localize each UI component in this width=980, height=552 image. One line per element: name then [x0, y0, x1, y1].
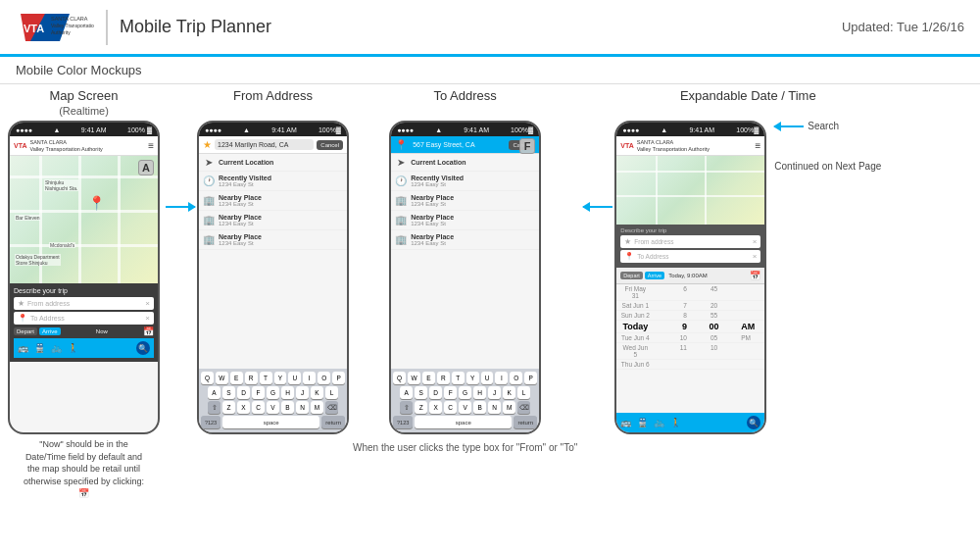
to-result-nearby-2[interactable]: 🏢 Nearby Place 1234 Easy St [391, 211, 539, 230]
to-key-numbers[interactable]: ?123 [393, 416, 413, 428]
to-result-current[interactable]: ➤ Current Location [391, 154, 539, 172]
to-key-a[interactable]: A [400, 386, 413, 399]
clear-from-icon[interactable]: × [145, 299, 150, 308]
key-d[interactable]: D [237, 386, 250, 399]
key-space[interactable]: space [222, 416, 319, 428]
from-input[interactable]: ★ From address × [14, 297, 154, 310]
map-view[interactable]: ShinjukuNishiguchi Sta. Bar Eleven Mcdon… [10, 156, 158, 283]
to-key-g[interactable]: G [459, 386, 471, 399]
to-key-j[interactable]: J [488, 386, 501, 399]
to-key-k[interactable]: K [503, 386, 515, 399]
date-map[interactable] [616, 156, 764, 225]
to-key-t[interactable]: T [452, 372, 465, 384]
key-w[interactable]: W [216, 372, 228, 384]
to-key-space[interactable]: space [415, 416, 512, 428]
arrive-button[interactable]: Arrive [39, 327, 61, 335]
to-result-nearby-1[interactable]: 🏢 Nearby Place 1234 Easy St [391, 191, 539, 211]
bus-icon[interactable]: 🚌 [18, 343, 28, 353]
key-u[interactable]: U [288, 372, 301, 384]
key-m[interactable]: M [311, 401, 323, 414]
to-key-d[interactable]: D [429, 386, 442, 399]
date-depart-btn[interactable]: Depart [620, 272, 643, 279]
key-q[interactable]: Q [201, 372, 214, 384]
key-z[interactable]: Z [222, 401, 235, 414]
to-key-c[interactable]: C [444, 401, 457, 414]
date-train-icon[interactable]: 🚆 [637, 418, 648, 427]
key-y[interactable]: Y [274, 372, 287, 384]
to-key-x[interactable]: X [429, 401, 442, 414]
to-key-z[interactable]: Z [415, 401, 427, 414]
date-calendar-icon[interactable]: 📅 [750, 271, 760, 280]
key-shift[interactable]: ⇧ [208, 401, 220, 414]
clear-to-icon[interactable]: × [145, 314, 150, 323]
depart-button[interactable]: Depart [14, 327, 37, 335]
from-cancel-button[interactable]: Cancel [317, 140, 343, 150]
key-b[interactable]: B [281, 401, 294, 414]
to-key-p[interactable]: P [524, 372, 537, 384]
result-nearby-3[interactable]: 🏢 Nearby Place 1234 Easy St [199, 230, 347, 250]
date-bike-icon[interactable]: 🚲 [654, 418, 664, 427]
calendar-icon[interactable]: 📅 [143, 326, 154, 336]
walk-icon[interactable]: 🚶 [68, 343, 78, 353]
date-clear-to[interactable]: × [753, 252, 758, 261]
to-result-recent[interactable]: 🕐 Recently Visited 1234 Easy St [391, 172, 539, 191]
key-h[interactable]: H [281, 386, 294, 399]
time-row-today[interactable]: Today 9 00 AM [616, 321, 764, 333]
key-j[interactable]: J [296, 386, 309, 399]
key-numbers[interactable]: ?123 [201, 416, 220, 428]
date-from-input[interactable]: ★ From address × [620, 235, 760, 248]
date-clear-from[interactable]: × [753, 237, 758, 246]
to-key-u[interactable]: U [481, 372, 494, 384]
to-search-field[interactable]: 567 Easy Street, CA [410, 139, 506, 150]
train-icon[interactable]: 🚆 [34, 343, 45, 353]
key-n[interactable]: N [296, 401, 309, 414]
key-c[interactable]: C [252, 401, 265, 414]
to-key-r[interactable]: R [437, 372, 450, 384]
date-hamburger[interactable]: ≡ [755, 140, 760, 151]
date-arrive-btn[interactable]: Arrive [645, 272, 664, 279]
to-key-o[interactable]: O [510, 372, 522, 384]
to-key-b[interactable]: B [473, 401, 486, 414]
key-return[interactable]: return [321, 416, 345, 428]
key-f[interactable]: F [252, 386, 265, 399]
to-key-h[interactable]: H [473, 386, 486, 399]
result-current-location[interactable]: ➤ Current Location [199, 154, 347, 172]
to-key-s[interactable]: S [415, 386, 427, 399]
date-walk-icon[interactable]: 🚶 [670, 418, 681, 427]
key-l[interactable]: L [325, 386, 338, 399]
key-g[interactable]: G [267, 386, 279, 399]
to-key-v[interactable]: V [459, 401, 471, 414]
to-key-m[interactable]: M [503, 401, 515, 414]
to-key-q[interactable]: Q [393, 372, 406, 384]
hamburger-icon[interactable]: ≡ [148, 140, 154, 151]
from-search-field[interactable]: 1234 Marilyn Road, CA [215, 139, 314, 150]
key-p[interactable]: P [332, 372, 345, 384]
to-result-nearby-3[interactable]: 🏢 Nearby Place 1234 Easy St [391, 230, 539, 250]
key-a[interactable]: A [208, 386, 220, 399]
search-button[interactable]: 🔍 [136, 341, 150, 355]
key-v[interactable]: V [267, 401, 279, 414]
result-nearby-1[interactable]: 🏢 Nearby Place 1234 Easy St [199, 191, 347, 211]
date-search-button[interactable]: 🔍 [747, 416, 760, 429]
result-recently-visited[interactable]: 🕐 Recently Visited 1234 Easy St [199, 172, 347, 191]
date-bus-icon[interactable]: 🚌 [620, 418, 631, 427]
key-i[interactable]: I [303, 372, 316, 384]
date-to-input[interactable]: 📍 To Address × [620, 250, 760, 263]
to-key-f[interactable]: F [444, 386, 457, 399]
to-key-backspace[interactable]: ⌫ [517, 401, 530, 414]
to-key-e[interactable]: E [422, 372, 435, 384]
key-x[interactable]: X [237, 401, 250, 414]
to-key-i[interactable]: I [495, 372, 508, 384]
to-key-shift[interactable]: ⇧ [400, 401, 413, 414]
key-t[interactable]: T [260, 372, 272, 384]
to-key-y[interactable]: Y [466, 372, 479, 384]
key-e[interactable]: E [230, 372, 243, 384]
result-nearby-2[interactable]: 🏢 Nearby Place 1234 Easy St [199, 211, 347, 230]
to-key-return[interactable]: return [514, 416, 537, 428]
key-o[interactable]: O [318, 372, 330, 384]
key-k[interactable]: K [311, 386, 323, 399]
to-key-w[interactable]: W [408, 372, 420, 384]
key-s[interactable]: S [222, 386, 235, 399]
to-input[interactable]: 📍 To Address × [14, 312, 154, 325]
to-key-n[interactable]: N [488, 401, 501, 414]
